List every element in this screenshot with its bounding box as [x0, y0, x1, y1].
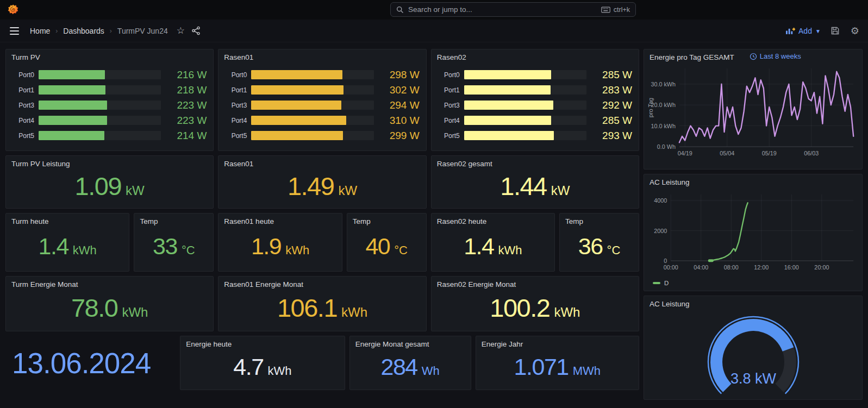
bar-track [251, 116, 373, 125]
bar-fill [251, 101, 341, 110]
bar-track [464, 70, 586, 79]
svg-text:04:00: 04:00 [694, 264, 708, 271]
bar-fill [39, 116, 107, 125]
bar-fill [251, 70, 342, 79]
panel-title[interactable]: Rasen02 heute [432, 214, 554, 227]
add-button[interactable]: Add ▼ [785, 27, 821, 35]
save-icon[interactable] [829, 25, 841, 36]
gauge-value: 3.8 kW [730, 371, 776, 387]
svg-text:05/04: 05/04 [720, 150, 734, 156]
panel-title[interactable]: Rasen01 [218, 156, 426, 170]
search-input[interactable]: Search or jump to... ctrl+k [390, 2, 636, 17]
bar-gauge-row: Port1302 W [223, 85, 419, 95]
breadcrumb-dashboards[interactable]: Dashboards [63, 27, 104, 35]
bar-track [39, 70, 161, 79]
panel-title[interactable]: Energie Monat gesamt [350, 336, 471, 350]
bar-label: Port0 [10, 71, 34, 79]
dashboard-toolbar: Home › Dashboards › TurmPV Jun24 ☆ [0, 20, 868, 42]
legend-series-label: D [664, 280, 669, 286]
svg-text:0: 0 [664, 258, 667, 264]
favorite-star-icon[interactable]: ☆ [176, 24, 186, 37]
stat-unit: kW [126, 183, 145, 198]
bar-gauge-row: Port0298 W [223, 70, 419, 79]
stat-unit: kWh [285, 243, 309, 258]
svg-text:12:00: 12:00 [754, 264, 769, 271]
breadcrumb-separator: › [54, 27, 59, 35]
share-icon[interactable] [190, 25, 202, 36]
chevron-down-icon: ▼ [815, 28, 821, 34]
panel-title[interactable]: Turm Energie Monat [6, 277, 213, 290]
bar-value: 214 W [165, 130, 207, 142]
panel-title[interactable]: Energie heute [180, 336, 344, 350]
svg-text:20.0 kWh: 20.0 kWh [651, 102, 676, 108]
panel-title[interactable]: Temp [134, 214, 213, 227]
panel-title[interactable]: Rasen01 heute [218, 214, 341, 227]
grafana-logo-icon[interactable] [7, 3, 20, 16]
panel-rasen01-heute: Rasen01 heute 1.9kWh [218, 213, 342, 272]
bar-track [39, 85, 161, 95]
svg-text:pro Tag: pro Tag [647, 98, 654, 117]
bar-label: Port4 [10, 117, 34, 124]
panel-title[interactable]: Rasen01 Energie Monat [218, 277, 426, 290]
panel-title[interactable]: Rasen02 [432, 49, 639, 63]
bar-label: Port4 [436, 117, 460, 124]
settings-gear-icon[interactable]: ⚙ [850, 24, 860, 38]
svg-text:30.0 kWh: 30.0 kWh [651, 81, 676, 87]
top-nav: Search or jump to... ctrl+k [0, 0, 868, 20]
timeseries-plot[interactable]: 0.0 Wh10.0 kWh20.0 kWh30.0 kWh04/1905/04… [644, 63, 862, 169]
stat-unit: kWh [268, 364, 292, 378]
menu-icon[interactable] [8, 25, 21, 37]
panel-temp-turm: Temp 33°C [134, 213, 214, 272]
stat-unit: MWh [573, 364, 601, 378]
bar-fill [464, 116, 552, 125]
breadcrumb-home[interactable]: Home [30, 27, 50, 35]
svg-text:10.0 kWh: 10.0 kWh [651, 123, 676, 129]
bar-value: 216 W [165, 69, 207, 81]
panel-title[interactable]: Temp [347, 214, 426, 227]
search-icon [396, 6, 404, 14]
stat-value: 33 [153, 233, 177, 260]
panel-title[interactable]: Turm PV [6, 49, 213, 63]
bar-value: 294 W [378, 99, 420, 111]
stat-value: 100.2 [490, 293, 549, 323]
panel-title[interactable]: Turm PV Leistung [6, 156, 213, 170]
search-placeholder: Search or jump to... [408, 5, 472, 14]
bar-fill [464, 101, 553, 110]
svg-text:06/03: 06/03 [804, 150, 819, 156]
panel-title[interactable]: Energie Jahr [476, 336, 639, 350]
bar-fill [39, 101, 107, 110]
panel-time-range[interactable]: Last 8 weeks [750, 52, 801, 60]
panel-title[interactable]: Rasen02 Energie Monat [432, 277, 639, 290]
bar-fill [39, 70, 105, 79]
bar-value: 283 W [591, 84, 632, 96]
bar-gauge-row: Port5299 W [223, 131, 419, 140]
stat-value: 284 [381, 354, 417, 380]
breadcrumb-current: TurmPV Jun24 [117, 27, 168, 35]
bar-fill [464, 85, 551, 95]
panel-title[interactable]: Energie pro Tag GESAMT [644, 49, 740, 63]
panel-title[interactable]: Turm heute [6, 214, 129, 227]
bar-track [464, 131, 586, 140]
panel-title[interactable]: Rasen01 [218, 49, 426, 63]
panel-title[interactable]: AC Leistung [644, 296, 862, 310]
stat-unit: kWh [122, 305, 148, 320]
timeseries-plot[interactable]: 02000400000:0004:0008:0012:0016:0020:00 [644, 188, 862, 279]
bar-label: Port3 [436, 102, 460, 109]
bar-label: Port4 [223, 117, 247, 124]
panel-title[interactable]: Rasen02 gesamt [432, 156, 639, 170]
bar-gauge-row: Port4223 W [10, 116, 207, 125]
breadcrumb-separator: › [109, 27, 113, 35]
panel-temp-rasen02: Temp 36°C [559, 213, 639, 272]
panel-title[interactable]: Temp [560, 214, 639, 227]
clock-icon [750, 53, 757, 60]
keyboard-icon [601, 7, 610, 13]
svg-text:20:00: 20:00 [814, 264, 829, 271]
chart-legend[interactable]: D [644, 279, 862, 291]
svg-text:04/19: 04/19 [678, 150, 692, 156]
bar-fill [251, 85, 344, 95]
bar-fill [251, 131, 343, 140]
panel-title[interactable]: AC Leistung [644, 174, 862, 188]
bar-gauge-row: Port0285 W [436, 70, 632, 79]
bar-label: Port5 [10, 132, 34, 140]
bar-track [251, 131, 373, 140]
